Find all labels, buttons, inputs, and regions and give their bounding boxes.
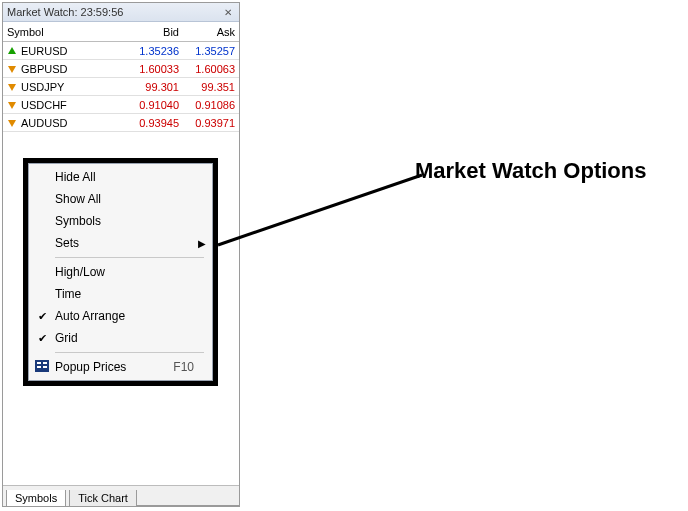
arrow-down-icon — [7, 100, 17, 110]
context-menu: Hide AllShow AllSymbolsSets▶High/LowTime… — [28, 163, 213, 381]
menu-item-show-all[interactable]: Show All — [29, 188, 212, 210]
menu-item-sets[interactable]: Sets▶ — [29, 232, 212, 254]
menu-item-label: Auto Arrange — [51, 309, 194, 323]
ask-value: 99.351 — [179, 81, 235, 93]
quote-row[interactable]: GBPUSD1.600331.60063 — [3, 60, 239, 78]
menu-item-popup-prices[interactable]: Popup PricesF10 — [29, 356, 212, 378]
header-row: Symbol Bid Ask — [3, 22, 239, 42]
svg-marker-4 — [8, 120, 16, 127]
bid-value: 1.60033 — [123, 63, 179, 75]
svg-rect-8 — [43, 362, 47, 364]
bottom-tabs: SymbolsTick Chart — [3, 485, 239, 506]
menu-shortcut: F10 — [167, 360, 194, 374]
quote-row[interactable]: AUDUSD0.939450.93971 — [3, 114, 239, 132]
close-icon[interactable]: ✕ — [221, 5, 235, 19]
annotation-label: Market Watch Options — [415, 158, 646, 184]
menu-item-label: Time — [51, 287, 194, 301]
check-icon: ✔ — [33, 332, 51, 345]
menu-item-auto-arrange[interactable]: ✔Auto Arrange — [29, 305, 212, 327]
svg-marker-2 — [8, 84, 16, 91]
menu-item-high-low[interactable]: High/Low — [29, 261, 212, 283]
menu-separator — [55, 257, 204, 258]
symbol-label: EURUSD — [21, 45, 67, 57]
quote-rows: EURUSD1.352361.35257GBPUSD1.600331.60063… — [3, 42, 239, 132]
symbol-label: AUDUSD — [21, 117, 67, 129]
popup-icon — [33, 360, 51, 374]
market-watch-panel: Market Watch: 23:59:56 ✕ Symbol Bid Ask … — [2, 2, 240, 507]
panel-title: Market Watch: 23:59:56 — [7, 6, 221, 18]
header-bid[interactable]: Bid — [123, 26, 179, 38]
symbol-label: GBPUSD — [21, 63, 67, 75]
arrow-down-icon — [7, 64, 17, 74]
svg-rect-9 — [43, 366, 47, 368]
svg-rect-7 — [37, 366, 41, 368]
svg-marker-1 — [8, 66, 16, 73]
check-icon: ✔ — [33, 310, 51, 323]
arrow-down-icon — [7, 82, 17, 92]
ask-value: 1.60063 — [179, 63, 235, 75]
tab-tick-chart[interactable]: Tick Chart — [69, 490, 137, 507]
menu-separator — [55, 352, 204, 353]
menu-item-label: Show All — [51, 192, 194, 206]
ask-value: 1.35257 — [179, 45, 235, 57]
menu-item-symbols[interactable]: Symbols — [29, 210, 212, 232]
menu-item-time[interactable]: Time — [29, 283, 212, 305]
bid-value: 0.93945 — [123, 117, 179, 129]
titlebar: Market Watch: 23:59:56 ✕ — [3, 3, 239, 22]
arrow-up-icon — [7, 46, 17, 56]
header-symbol[interactable]: Symbol — [7, 26, 123, 38]
menu-item-label: Symbols — [51, 214, 194, 228]
quote-row[interactable]: USDCHF0.910400.91086 — [3, 96, 239, 114]
symbol-label: USDJPY — [21, 81, 64, 93]
context-menu-highlight: Hide AllShow AllSymbolsSets▶High/LowTime… — [23, 158, 218, 386]
header-ask[interactable]: Ask — [179, 26, 235, 38]
ask-value: 0.93971 — [179, 117, 235, 129]
menu-item-label: Sets — [51, 236, 194, 250]
symbol-label: USDCHF — [21, 99, 67, 111]
menu-item-label: Hide All — [51, 170, 194, 184]
svg-rect-6 — [37, 362, 41, 364]
svg-line-10 — [218, 175, 422, 245]
bid-value: 0.91040 — [123, 99, 179, 111]
quote-row[interactable]: USDJPY99.30199.351 — [3, 78, 239, 96]
menu-item-grid[interactable]: ✔Grid — [29, 327, 212, 349]
menu-item-label: Popup Prices — [51, 360, 167, 374]
menu-item-label: Grid — [51, 331, 194, 345]
arrow-down-icon — [7, 118, 17, 128]
menu-item-hide-all[interactable]: Hide All — [29, 166, 212, 188]
bid-value: 99.301 — [123, 81, 179, 93]
svg-marker-3 — [8, 102, 16, 109]
chevron-right-icon: ▶ — [194, 238, 206, 249]
tab-symbols[interactable]: Symbols — [6, 490, 66, 507]
ask-value: 0.91086 — [179, 99, 235, 111]
menu-item-label: High/Low — [51, 265, 194, 279]
quote-row[interactable]: EURUSD1.352361.35257 — [3, 42, 239, 60]
svg-marker-0 — [8, 47, 16, 54]
bid-value: 1.35236 — [123, 45, 179, 57]
